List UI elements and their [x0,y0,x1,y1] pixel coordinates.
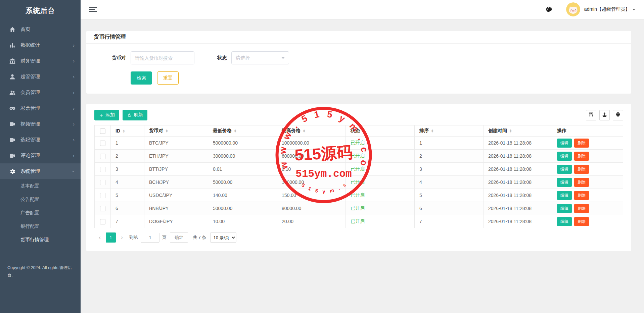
sidebar-item[interactable]: 超管管理› [0,69,81,85]
current-page[interactable]: 1 [106,232,116,243]
columns-icon [588,112,594,119]
cell-min-price: 50000.00 [208,176,277,189]
cell-pair: DOGE/JPY [144,215,208,228]
row-checkbox[interactable] [100,193,105,198]
cell-pair: BTC/JPY [144,137,208,150]
sidebar-item-label: 会员管理 [20,89,40,96]
delete-button[interactable]: 删除 [574,139,589,148]
goto-page-input[interactable] [141,233,159,243]
sidebar-subitem[interactable]: 广告配置 [0,206,81,219]
bank-icon [9,58,16,64]
menu-toggle-icon[interactable] [89,7,97,12]
chevron-right-icon: › [73,43,75,48]
main-content: 货币行情管理 货币对 状态 请选择 检索 重置 添加 [81,19,644,313]
sort-icon[interactable]: ▲▼ [166,129,168,133]
row-checkbox[interactable] [100,219,105,224]
cell-sort: 3 [415,163,484,176]
edit-button[interactable]: 编辑 [557,191,572,200]
add-button[interactable]: 添加 [94,110,119,120]
delete-button[interactable]: 删除 [574,204,589,213]
delete-button[interactable]: 删除 [574,178,589,187]
edit-button[interactable]: 编辑 [557,165,572,174]
chevron-right-icon: › [73,121,75,126]
delete-button[interactable]: 删除 [574,165,589,174]
sort-icon[interactable]: ▲▼ [303,129,305,133]
sidebar-item[interactable]: 评论管理› [0,148,81,163]
edit-button[interactable]: 编辑 [557,204,572,213]
table-row: 1BTC/JPY5000000.0010000000.00已开启12026-01… [95,137,623,150]
cell-pair: USDC/JPY [144,189,208,202]
cell-id: 5 [111,189,144,202]
sort-icon[interactable]: ▲▼ [431,129,433,133]
export-button[interactable] [599,110,610,120]
sidebar-subitem[interactable]: 公告配置 [0,193,81,206]
sidebar-item[interactable]: 选妃管理› [0,132,81,148]
column-header[interactable]: 最高价格▲▼ [277,125,346,137]
per-page-select[interactable]: 10 条/页 [210,232,236,243]
header: admin【超级管理员】 [81,0,644,19]
cell-sort: 5 [415,189,484,202]
sidebar-subitem[interactable]: 银行配置 [0,219,81,233]
edit-button[interactable]: 编辑 [557,217,572,226]
table-card: 添加 刷新 ID▲▼货币对▲▼最低价格▲▼最高价格▲▼状态▲▼排序▲▼创建时间▲… [86,104,631,251]
table-toolbar: 添加 刷新 [94,110,623,120]
chevron-right-icon: › [73,90,75,95]
sidebar-item[interactable]: 会员管理› [0,85,81,100]
cell-max-price: 10000000.00 [277,137,346,150]
column-header[interactable]: 排序▲▼ [415,125,484,137]
sidebar-item-label: 彩票管理 [20,105,40,111]
edit-button[interactable]: 编辑 [557,139,572,148]
confirm-button[interactable]: 确定 [170,232,188,243]
next-page-button[interactable]: › [117,232,127,243]
status-select[interactable]: 请选择 [231,51,289,64]
row-checkbox[interactable] [100,154,105,159]
sort-icon[interactable]: ▲▼ [509,129,512,133]
sidebar-subitem[interactable]: 货币行情管理 [0,233,81,246]
caret-down-icon[interactable] [633,9,635,10]
sidebar-item-label: 视频管理 [20,121,40,127]
edit-button[interactable]: 编辑 [557,152,572,161]
delete-button[interactable]: 删除 [574,152,589,161]
column-header[interactable]: 最低价格▲▼ [208,125,277,137]
sort-icon[interactable]: ▲▼ [362,129,365,133]
select-all-checkbox[interactable] [100,128,105,134]
table-row: 5USDC/JPY140.00150.00已开启52026-01-18 11:2… [95,189,623,202]
palette-icon[interactable] [545,6,553,13]
column-header[interactable]: 货币对▲▼ [144,125,208,137]
search-button[interactable]: 检索 [131,71,152,85]
row-checkbox[interactable] [100,206,105,211]
row-checkbox[interactable] [100,167,105,172]
sort-icon[interactable]: ▲▼ [234,129,236,133]
cell-sort: 6 [415,202,484,215]
sidebar-item[interactable]: 视频管理› [0,116,81,132]
sidebar-subitem[interactable]: 基本配置 [0,179,81,193]
cell-id: 3 [111,163,144,176]
edit-button[interactable]: 编辑 [557,178,572,187]
cell-min-price: 140.00 [208,189,277,202]
row-checkbox[interactable] [100,141,105,146]
delete-button[interactable]: 删除 [574,191,589,200]
sidebar-item[interactable]: 数据统计› [0,37,81,53]
filter-columns-button[interactable] [586,110,596,120]
delete-button[interactable]: 删除 [574,217,589,226]
sort-icon[interactable]: ▲▼ [123,129,125,133]
cell-sort: 7 [415,215,484,228]
print-button[interactable] [613,110,623,120]
user-name[interactable]: admin【超级管理员】 [584,6,630,12]
sidebar-item[interactable]: 彩票管理› [0,100,81,116]
sidebar-item[interactable]: 首页 [0,21,81,37]
sidebar-item[interactable]: 财务管理› [0,53,81,69]
page-suffix-label: 页 [162,234,167,241]
pair-search-input[interactable] [131,51,194,64]
reset-button[interactable]: 重置 [157,71,179,85]
column-header[interactable]: 创建时间▲▼ [484,125,552,137]
sidebar-item[interactable]: 系统管理› [0,163,81,179]
prev-page-button[interactable]: ‹ [95,232,104,243]
refresh-button[interactable]: 刷新 [123,110,147,120]
chevron-down-icon [281,57,285,59]
column-header[interactable]: ID▲▼ [111,125,144,137]
home-icon [9,26,16,33]
avatar[interactable] [566,2,580,16]
column-header[interactable]: 状态▲▼ [346,125,415,137]
row-checkbox[interactable] [100,180,105,185]
